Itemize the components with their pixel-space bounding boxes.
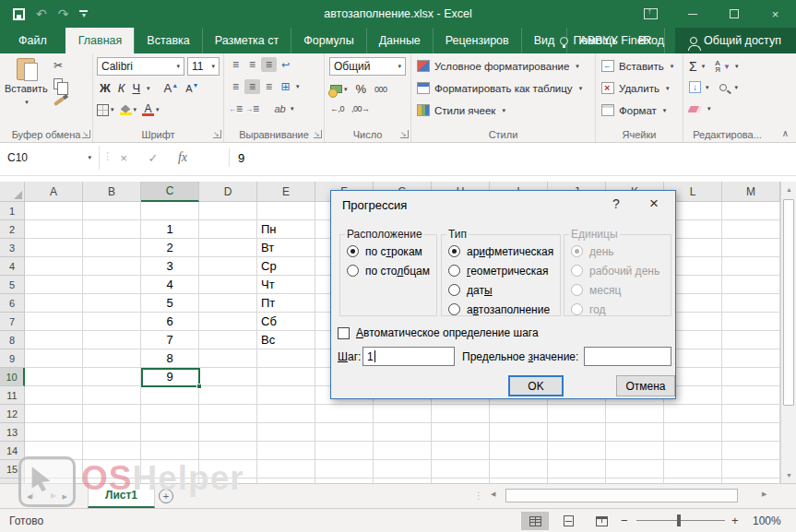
cell-J15[interactable]	[548, 460, 606, 479]
cell-M5[interactable]	[722, 276, 780, 294]
cell-J12[interactable]	[548, 405, 606, 423]
cell-E4[interactable]: Ср	[257, 257, 315, 276]
cell-C12[interactable]	[141, 405, 199, 423]
cell-L12[interactable]	[664, 405, 722, 423]
cell-D7[interactable]	[199, 313, 257, 331]
name-box-dropdown-icon[interactable]: ▾	[88, 154, 91, 161]
hscroll-left-icon[interactable]: ◀	[491, 491, 495, 498]
cell-E1[interactable]	[257, 202, 315, 220]
cell-D13[interactable]	[199, 423, 257, 442]
row-header-10[interactable]: 10	[0, 368, 25, 386]
cell-A4[interactable]	[25, 257, 83, 276]
checkbox-box[interactable]	[338, 327, 350, 339]
cell-C9[interactable]: 8	[141, 349, 199, 368]
italic-button[interactable]: К	[115, 81, 128, 95]
grow-font-button[interactable]: А▲	[161, 81, 182, 95]
cell-A9[interactable]	[25, 349, 83, 368]
cell-B5[interactable]	[83, 276, 141, 294]
cell-K12[interactable]	[606, 405, 664, 423]
align-center-button[interactable]: ≡	[244, 79, 260, 94]
cell-M2[interactable]	[722, 220, 780, 239]
cell-E7[interactable]: Сб	[257, 313, 315, 331]
insert-function-icon[interactable]: fx	[170, 146, 196, 170]
vertical-scroll-thumb[interactable]	[783, 199, 794, 406]
page-layout-view-icon[interactable]	[554, 512, 582, 530]
dialog-help-button[interactable]: ?	[605, 196, 627, 211]
tab-Главная[interactable]: Главная	[65, 28, 135, 53]
cell-A15[interactable]	[25, 460, 83, 479]
column-header-B[interactable]: B	[83, 182, 141, 202]
cell-C11[interactable]	[141, 386, 199, 405]
cell-B14[interactable]	[83, 442, 141, 460]
comma-style-button[interactable]: 000	[374, 85, 387, 94]
format-as-table-button[interactable]: Форматировать как таблицу▾	[417, 82, 582, 94]
radio-circle[interactable]	[347, 245, 359, 257]
cell-A10[interactable]	[25, 368, 83, 386]
scroll-down-icon[interactable]: ▼	[781, 467, 796, 483]
row-header-14[interactable]: 14	[0, 442, 25, 460]
cell-K13[interactable]	[606, 423, 664, 442]
cell-I15[interactable]	[490, 460, 548, 479]
font-size-combo[interactable]: 11▾	[187, 57, 220, 76]
row-header-8[interactable]: 8	[0, 331, 25, 349]
zoom-slider-track[interactable]	[636, 520, 725, 521]
cell-A1[interactable]	[25, 202, 83, 220]
undo-icon[interactable]: ↶	[36, 7, 47, 20]
tab-Данные[interactable]: Данные	[366, 28, 433, 53]
row-header-3[interactable]: 3	[0, 239, 25, 257]
cell-I12[interactable]	[490, 405, 548, 423]
ok-button[interactable]: OK	[508, 375, 564, 396]
row-header-5[interactable]: 5	[0, 276, 25, 294]
cell-C10[interactable]: 9	[141, 368, 199, 386]
cell-A6[interactable]	[25, 294, 83, 313]
insert-cells-button[interactable]: Вставить▾	[601, 60, 673, 72]
cell-G13[interactable]	[374, 423, 432, 442]
row-header-4[interactable]: 4	[0, 257, 25, 276]
column-header-C[interactable]: C	[141, 182, 199, 202]
cell-E13[interactable]	[257, 423, 315, 442]
cell-D14[interactable]	[199, 442, 257, 460]
column-header-A[interactable]: A	[25, 182, 83, 202]
confirm-entry-icon[interactable]: ✓	[140, 146, 166, 170]
cell-G12[interactable]	[374, 405, 432, 423]
decrease-indent-icon[interactable]: ←≡	[228, 101, 244, 116]
maximize-button[interactable]	[713, 0, 754, 28]
cell-B12[interactable]	[83, 405, 141, 423]
cell-H13[interactable]	[432, 423, 490, 442]
sheet-nav-right-icon[interactable]: ▶	[51, 491, 56, 500]
cell-C14[interactable]	[141, 442, 199, 460]
collapse-ribbon-icon[interactable]: ∧	[782, 128, 789, 138]
step-input[interactable]: 1	[362, 347, 455, 366]
cell-B7[interactable]	[83, 313, 141, 331]
cell-C2[interactable]: 1	[141, 220, 199, 239]
cell-F15[interactable]	[315, 460, 374, 479]
formula-input[interactable]: 9	[238, 146, 244, 170]
cell-D12[interactable]	[199, 405, 257, 423]
tab-file[interactable]: Файл	[0, 28, 65, 53]
align-bottom-button[interactable]: ≡	[261, 57, 277, 72]
cancel-button[interactable]: Отмена	[616, 375, 675, 396]
cell-C3[interactable]: 2	[141, 239, 199, 257]
save-icon[interactable]	[13, 8, 25, 20]
normal-view-icon[interactable]	[521, 512, 549, 530]
cell-B8[interactable]	[83, 331, 141, 349]
column-header-E[interactable]: E	[257, 182, 315, 202]
font-color-icon[interactable]: А▾	[142, 103, 160, 116]
format-cells-button[interactable]: Формат▾	[601, 104, 666, 116]
radio-circle[interactable]	[448, 265, 460, 277]
redo-icon[interactable]: ↷	[58, 7, 69, 20]
radio-circle[interactable]	[448, 303, 460, 315]
cell-C5[interactable]: 4	[141, 276, 199, 294]
zoom-slider-thumb[interactable]	[677, 514, 681, 526]
cell-M13[interactable]	[722, 423, 780, 442]
cell-M7[interactable]	[722, 313, 780, 331]
horizontal-scroll-thumb[interactable]	[505, 489, 738, 502]
radio-location-по строкам[interactable]: по строкам	[347, 242, 430, 261]
row-header-11[interactable]: 11	[0, 386, 25, 405]
cell-I13[interactable]	[490, 423, 548, 442]
cell-D2[interactable]	[199, 220, 257, 239]
increase-indent-icon[interactable]: →≡	[244, 101, 260, 116]
accounting-format-icon[interactable]: ▾	[330, 85, 348, 93]
limit-input[interactable]	[584, 347, 671, 366]
cell-J13[interactable]	[548, 423, 606, 442]
